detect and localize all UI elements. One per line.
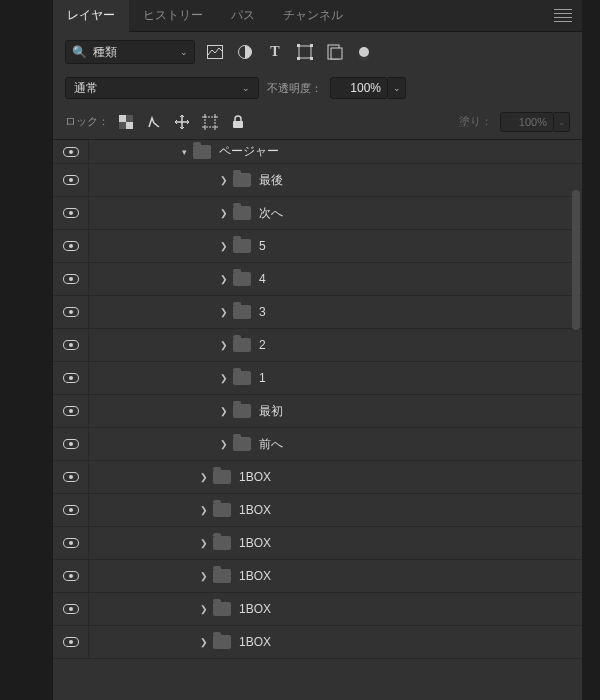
lock-all-icon[interactable] xyxy=(229,113,247,131)
filter-type-icon[interactable]: T xyxy=(265,42,285,62)
search-icon: 🔍 xyxy=(72,45,87,59)
twisty-right-icon[interactable]: ❯ xyxy=(219,340,229,350)
visibility-toggle[interactable] xyxy=(53,329,89,361)
layer-row[interactable]: ❯3 xyxy=(53,296,582,329)
layer-label: 1BOX xyxy=(239,503,271,517)
filter-row: 🔍 種類 ⌄ T xyxy=(53,32,582,72)
twisty-right-icon[interactable]: ❯ xyxy=(219,406,229,416)
tab-channels[interactable]: チャンネル xyxy=(269,0,357,32)
folder-icon xyxy=(213,470,231,484)
layer-row[interactable]: ❯1BOX xyxy=(53,527,582,560)
layer-label: 最後 xyxy=(259,172,283,189)
layer-row[interactable]: ❯1BOX xyxy=(53,560,582,593)
tab-layers[interactable]: レイヤー xyxy=(53,0,129,32)
twisty-right-icon[interactable]: ❯ xyxy=(199,472,209,482)
visibility-toggle[interactable] xyxy=(53,296,89,328)
visibility-toggle[interactable] xyxy=(53,362,89,394)
layer-row[interactable]: ▾ページャー xyxy=(53,140,582,164)
layer-row[interactable]: ❯2 xyxy=(53,329,582,362)
layer-row[interactable]: ❯1 xyxy=(53,362,582,395)
layer-row[interactable]: ❯1BOX xyxy=(53,593,582,626)
svg-rect-2 xyxy=(299,46,311,58)
folder-icon xyxy=(233,206,251,220)
opacity-input[interactable]: 100% xyxy=(330,77,388,99)
layer-content: ❯3 xyxy=(89,305,266,319)
filter-smartobject-icon[interactable] xyxy=(325,42,345,62)
twisty-right-icon[interactable]: ❯ xyxy=(219,439,229,449)
layer-label: 2 xyxy=(259,338,266,352)
blend-mode-select[interactable]: 通常 ⌄ xyxy=(65,77,259,99)
eye-icon xyxy=(63,505,79,515)
eye-icon xyxy=(63,340,79,350)
lock-transparent-icon[interactable] xyxy=(117,113,135,131)
layer-row[interactable]: ❯最後 xyxy=(53,164,582,197)
folder-icon xyxy=(213,569,231,583)
eye-icon xyxy=(63,175,79,185)
layer-label: 次へ xyxy=(259,205,283,222)
twisty-down-icon[interactable]: ▾ xyxy=(179,147,189,157)
opacity-stepper[interactable]: ⌄ xyxy=(388,77,406,99)
twisty-right-icon[interactable]: ❯ xyxy=(219,241,229,251)
panel-menu-icon[interactable] xyxy=(554,7,572,25)
filter-toggle-switch[interactable] xyxy=(359,47,369,57)
visibility-toggle[interactable] xyxy=(53,197,89,229)
twisty-right-icon[interactable]: ❯ xyxy=(199,571,209,581)
svg-rect-4 xyxy=(310,44,313,47)
tab-history[interactable]: ヒストリー xyxy=(129,0,217,32)
visibility-toggle[interactable] xyxy=(53,395,89,427)
eye-icon xyxy=(63,472,79,482)
layer-label: 前へ xyxy=(259,436,283,453)
layer-row[interactable]: ❯最初 xyxy=(53,395,582,428)
twisty-right-icon[interactable]: ❯ xyxy=(199,637,209,647)
visibility-toggle[interactable] xyxy=(53,527,89,559)
layer-row[interactable]: ❯前へ xyxy=(53,428,582,461)
eye-icon xyxy=(63,373,79,383)
lock-position-icon[interactable] xyxy=(173,113,191,131)
twisty-right-icon[interactable]: ❯ xyxy=(219,274,229,284)
layer-row[interactable]: ❯4 xyxy=(53,263,582,296)
filter-adjustment-icon[interactable] xyxy=(235,42,255,62)
tab-paths[interactable]: パス xyxy=(217,0,269,32)
filter-shape-icon[interactable] xyxy=(295,42,315,62)
twisty-right-icon[interactable]: ❯ xyxy=(219,175,229,185)
layer-row[interactable]: ❯1BOX xyxy=(53,494,582,527)
filter-pixel-icon[interactable] xyxy=(205,42,225,62)
layer-row[interactable]: ❯次へ xyxy=(53,197,582,230)
twisty-right-icon[interactable]: ❯ xyxy=(219,208,229,218)
twisty-right-icon[interactable]: ❯ xyxy=(199,538,209,548)
layer-row[interactable]: ❯5 xyxy=(53,230,582,263)
visibility-toggle[interactable] xyxy=(53,461,89,493)
visibility-toggle[interactable] xyxy=(53,560,89,592)
visibility-toggle[interactable] xyxy=(53,593,89,625)
layer-content: ❯1BOX xyxy=(89,569,271,583)
lock-image-icon[interactable] xyxy=(145,113,163,131)
visibility-toggle[interactable] xyxy=(53,494,89,526)
kind-filter-select[interactable]: 🔍 種類 ⌄ xyxy=(65,40,195,64)
lock-artboard-icon[interactable] xyxy=(201,113,219,131)
layer-row[interactable]: ❯1BOX xyxy=(53,626,582,659)
twisty-right-icon[interactable]: ❯ xyxy=(199,505,209,515)
svg-rect-14 xyxy=(205,117,215,127)
visibility-toggle[interactable] xyxy=(53,263,89,295)
chevron-down-icon: ⌄ xyxy=(242,83,250,93)
eye-icon xyxy=(63,538,79,548)
visibility-toggle[interactable] xyxy=(53,140,89,163)
twisty-right-icon[interactable]: ❯ xyxy=(199,604,209,614)
fill-input: 100% xyxy=(500,112,554,132)
layer-label: 3 xyxy=(259,305,266,319)
visibility-toggle[interactable] xyxy=(53,626,89,658)
twisty-right-icon[interactable]: ❯ xyxy=(219,373,229,383)
chevron-down-icon: ⌄ xyxy=(180,47,188,57)
svg-rect-23 xyxy=(233,121,243,128)
layer-row[interactable]: ❯1BOX xyxy=(53,461,582,494)
scrollbar-thumb[interactable] xyxy=(572,190,580,330)
svg-rect-0 xyxy=(208,46,223,59)
folder-icon xyxy=(233,371,251,385)
svg-rect-5 xyxy=(297,57,300,60)
visibility-toggle[interactable] xyxy=(53,164,89,196)
layer-tree[interactable]: ▾ページャー❯最後❯次へ❯5❯4❯3❯2❯1❯最初❯前へ❯1BOX❯1BOX❯1… xyxy=(53,140,582,659)
layer-content: ❯1BOX xyxy=(89,503,271,517)
visibility-toggle[interactable] xyxy=(53,428,89,460)
visibility-toggle[interactable] xyxy=(53,230,89,262)
twisty-right-icon[interactable]: ❯ xyxy=(219,307,229,317)
